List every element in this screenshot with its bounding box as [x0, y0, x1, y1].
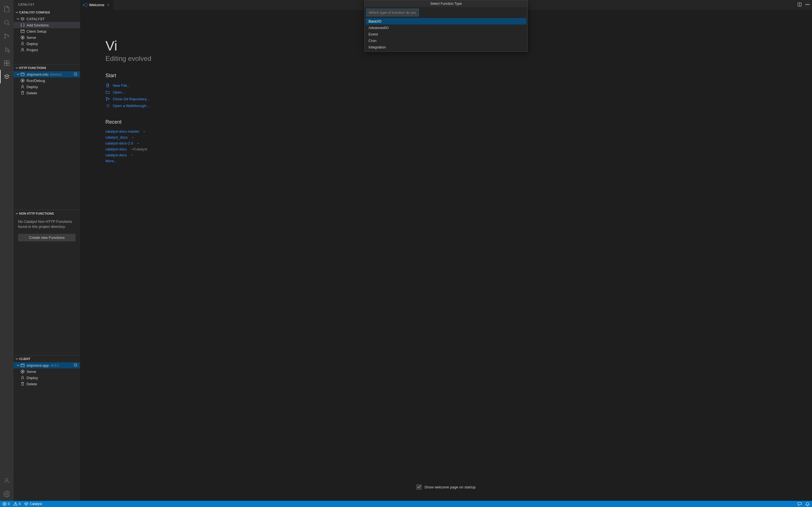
- svg-point-23: [806, 4, 807, 5]
- link-label: New File...: [113, 83, 130, 88]
- layers-icon: [20, 17, 25, 21]
- tree-item-serve[interactable]: Serve: [13, 34, 80, 41]
- startup-checkbox-row: Show welcome page on startup: [416, 485, 475, 490]
- rocket-icon: [20, 376, 25, 380]
- tree-tag: v0.0.1: [50, 363, 59, 367]
- tree-item-client-setup[interactable]: Client Setup: [13, 28, 80, 34]
- chevron-down-icon: [16, 17, 20, 21]
- window-icon: [20, 29, 25, 34]
- status-warnings[interactable]: 0: [13, 502, 21, 506]
- tree-item-shipment-app[interactable]: shipment-app v0.0.1: [13, 362, 80, 369]
- close-icon[interactable]: ×: [106, 3, 110, 7]
- svg-rect-16: [74, 73, 77, 75]
- svg-rect-8: [7, 63, 9, 66]
- more-icon[interactable]: [805, 2, 810, 8]
- svg-point-0: [4, 20, 8, 24]
- tree-label: shipment-app: [27, 363, 49, 368]
- tree-item-add-functions[interactable]: Add functions: [13, 22, 80, 28]
- recent-item[interactable]: catalyst-docs-2.0 ~: [105, 140, 812, 146]
- tab-welcome[interactable]: Welcome ×: [80, 0, 114, 10]
- svg-rect-14: [21, 73, 24, 76]
- section-header-http[interactable]: HTTP FUNCTIONS: [13, 64, 80, 71]
- quickpick-item-event[interactable]: Event: [366, 31, 526, 38]
- source-control-icon[interactable]: [0, 29, 13, 43]
- extensions-icon[interactable]: [0, 56, 13, 70]
- trash-icon: [20, 382, 25, 386]
- section-header-configs[interactable]: CATALYST CONFIGS: [13, 9, 80, 16]
- play-icon: [20, 78, 25, 83]
- chevron-down-icon: [15, 211, 19, 216]
- recent-item[interactable]: catalyst-docs ~: [105, 152, 812, 158]
- bell-icon[interactable]: [805, 502, 810, 506]
- tab-label: Welcome: [89, 3, 104, 7]
- play-icon: [20, 35, 25, 40]
- quickpick-list: BasicIO AdvancedIO Event Cron Integratio…: [364, 18, 527, 52]
- status-errors[interactable]: 0: [2, 502, 10, 506]
- tree-item-project[interactable]: Project: [13, 47, 80, 53]
- search-icon[interactable]: [0, 16, 13, 29]
- tree-root-catalyst[interactable]: CATALYST: [13, 16, 80, 22]
- svg-rect-15: [75, 73, 77, 75]
- recent-item[interactable]: catalyst-docs-master ~: [105, 128, 812, 134]
- settings-gear-icon[interactable]: [0, 487, 13, 501]
- startup-label: Show welcome page on startup: [424, 485, 475, 489]
- recent-name: catalyst-docs: [105, 147, 127, 151]
- split-editor-icon[interactable]: [797, 2, 802, 8]
- tree-label: Client Setup: [27, 29, 47, 34]
- create-functions-button[interactable]: Create new Functions: [18, 234, 75, 241]
- recent-name: catalyst-docs: [105, 153, 127, 157]
- tree-item-client-serve[interactable]: Serve: [13, 369, 80, 375]
- quickpick-item-integration[interactable]: Integration: [366, 44, 526, 50]
- accounts-icon[interactable]: [0, 474, 13, 487]
- tree-item-shipment-info[interactable]: shipment-info [basicio]: [13, 71, 80, 77]
- tree-label: Deploy: [27, 85, 38, 89]
- braces-icon: [20, 23, 25, 27]
- section-header-client[interactable]: CLIENT: [13, 355, 80, 362]
- editor-area: Welcome × Vi Editing evolved Start New F…: [80, 0, 812, 501]
- recent-more[interactable]: More...: [105, 158, 812, 164]
- start-open[interactable]: Open...: [105, 89, 812, 96]
- new-file-icon: [105, 83, 110, 88]
- recent-item[interactable]: catalyst_docs ~: [105, 134, 812, 140]
- feedback-icon[interactable]: [797, 502, 802, 506]
- status-tool[interactable]: Catalyst: [24, 502, 42, 506]
- vscode-icon: [83, 3, 87, 7]
- trash-icon: [20, 91, 25, 95]
- window-icon: [20, 363, 25, 368]
- rocket-icon: [20, 84, 25, 89]
- start-walkthrough[interactable]: Open a Walkthrough...: [105, 102, 812, 109]
- svg-point-26: [106, 97, 107, 98]
- start-new-file[interactable]: New File...: [105, 82, 812, 89]
- tree-item-http-delete[interactable]: Delete: [13, 90, 80, 96]
- explorer-icon[interactable]: [0, 2, 13, 16]
- svg-rect-20: [74, 363, 77, 366]
- quickpick-item-basicio[interactable]: BasicIO: [366, 18, 526, 24]
- user-icon: [20, 48, 25, 52]
- copy-icon[interactable]: [73, 72, 78, 77]
- quickpick-input[interactable]: [366, 9, 419, 16]
- recent-path: ~: [132, 135, 134, 139]
- tree-item-deploy[interactable]: Deploy: [13, 41, 80, 47]
- section-header-label: CATALYST CONFIGS: [19, 11, 50, 14]
- catalyst-icon[interactable]: [0, 70, 13, 83]
- copy-icon[interactable]: [73, 363, 78, 368]
- link-label: Open...: [113, 90, 125, 94]
- tree-label: shipment-info: [27, 72, 49, 76]
- run-debug-icon[interactable]: [0, 43, 13, 56]
- status-tool-label: Catalyst: [30, 502, 42, 506]
- recent-item[interactable]: catalyst-docs ~/Catalyst: [105, 146, 812, 152]
- start-clone[interactable]: Clone Git Repository...: [105, 96, 812, 102]
- tree-item-client-delete[interactable]: Delete: [13, 381, 80, 387]
- tree-item-client-deploy[interactable]: Deploy: [13, 375, 80, 381]
- quickpick-item-advancedio[interactable]: AdvancedIO: [366, 24, 526, 31]
- section-header-nonhttp[interactable]: NON HTTP FUNCTIONS: [13, 210, 80, 217]
- window-icon: [20, 72, 25, 76]
- tree-label: Run/Debug: [27, 78, 45, 83]
- play-icon: [20, 369, 25, 374]
- tree-item-http-deploy[interactable]: Deploy: [13, 83, 80, 90]
- startup-checkbox[interactable]: [416, 485, 421, 490]
- tree-item-run-debug[interactable]: Run/Debug: [13, 77, 80, 83]
- chevron-down-icon: [15, 356, 19, 361]
- quickpick-item-cron[interactable]: Cron: [366, 38, 526, 44]
- rocket-icon: [20, 41, 25, 46]
